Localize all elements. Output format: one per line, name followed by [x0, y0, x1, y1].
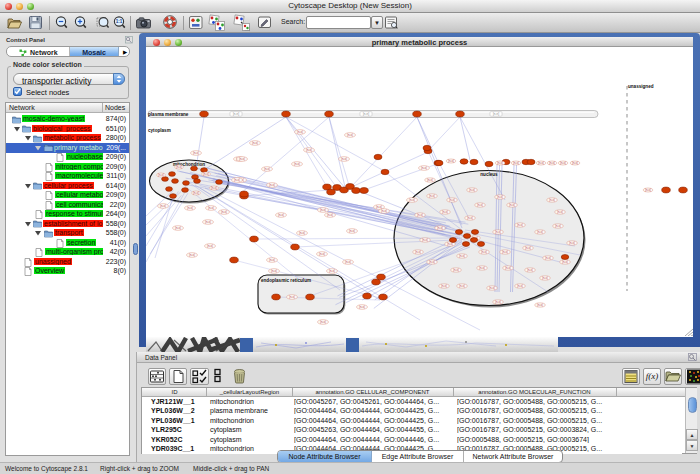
svg-text:(n-x): (n-x): [459, 284, 465, 288]
svg-text:(n-x): (n-x): [271, 269, 277, 273]
svg-text:(n-x): (n-x): [269, 258, 275, 262]
svg-text:(n-x): (n-x): [572, 161, 578, 165]
svg-text:(n-x): (n-x): [320, 208, 326, 212]
svg-text:(n-x): (n-x): [502, 250, 508, 254]
svg-text:(n-x): (n-x): [509, 203, 515, 207]
svg-text:(n-x): (n-x): [537, 230, 543, 234]
svg-text:cytoplasm: cytoplasm: [148, 128, 171, 133]
svg-text:(n-x): (n-x): [409, 198, 415, 202]
svg-text:(n-x): (n-x): [205, 220, 211, 224]
svg-text:(n-x): (n-x): [527, 268, 533, 272]
svg-text:(n-x): (n-x): [189, 253, 195, 257]
svg-text:[n-n]: [n-n]: [493, 112, 499, 116]
svg-text:(n-x): (n-x): [569, 241, 575, 245]
svg-text:(n-x): (n-x): [477, 203, 483, 207]
svg-text:(n-x): (n-x): [319, 252, 325, 256]
svg-text:(n-x): (n-x): [234, 178, 240, 182]
svg-text:(n-x): (n-x): [239, 157, 245, 161]
svg-text:(n-x): (n-x): [441, 284, 447, 288]
svg-text:(n-x): (n-x): [158, 173, 164, 177]
svg-text:(n-x): (n-x): [175, 226, 181, 230]
svg-text:(n-x): (n-x): [537, 303, 543, 307]
svg-text:(n-x): (n-x): [294, 162, 300, 166]
svg-text:(n-x): (n-x): [557, 210, 563, 214]
svg-text:(n-x): (n-x): [453, 268, 459, 272]
svg-text:(n-x): (n-x): [278, 213, 284, 217]
svg-text:(n-x): (n-x): [495, 230, 501, 234]
svg-text:(n-x): (n-x): [417, 213, 423, 217]
svg-text:(n-x): (n-x): [497, 195, 503, 199]
svg-text:(n-x): (n-x): [176, 165, 182, 169]
svg-text:unassigned: unassigned: [628, 84, 654, 89]
svg-text:(n-x): (n-x): [469, 188, 475, 192]
svg-text:(n-x): (n-x): [341, 157, 347, 161]
svg-text:(n-x): (n-x): [542, 276, 548, 280]
svg-text:(n-x): (n-x): [252, 141, 258, 145]
svg-text:(n-x): (n-x): [467, 216, 473, 220]
svg-text:(n-x): (n-x): [560, 161, 566, 165]
svg-text:(n-x): (n-x): [427, 178, 433, 182]
svg-text:(n-x): (n-x): [289, 295, 295, 299]
svg-text:(n-x): (n-x): [221, 210, 227, 214]
svg-text:(n-x): (n-x): [422, 238, 428, 242]
svg-text:plasma membrane: plasma membrane: [148, 112, 189, 117]
svg-text:(n-x): (n-x): [421, 166, 427, 170]
svg-text:(n-x): (n-x): [299, 231, 305, 235]
svg-text:(n-x): (n-x): [211, 186, 217, 190]
svg-text:(n-x): (n-x): [429, 194, 435, 198]
svg-text:(n-x): (n-x): [545, 256, 551, 260]
svg-text:(n-x): (n-x): [381, 209, 387, 213]
svg-text:(n-x): (n-x): [193, 191, 199, 195]
svg-text:(n-x): (n-x): [160, 204, 166, 208]
svg-text:(n-x): (n-x): [203, 172, 209, 176]
svg-text:(n-x): (n-x): [538, 161, 544, 165]
svg-text:(n-x): (n-x): [517, 284, 523, 288]
svg-text:(n-x): (n-x): [327, 213, 333, 217]
svg-text:1:1: 1:1: [116, 19, 123, 24]
svg-text:(n-x): (n-x): [429, 260, 435, 264]
svg-text:[n-n]: [n-n]: [233, 112, 239, 116]
svg-text:(n-x): (n-x): [448, 159, 454, 163]
svg-text:(n-x): (n-x): [269, 183, 275, 187]
svg-text:(n-x): (n-x): [549, 198, 555, 202]
svg-text:(n-x): (n-x): [349, 229, 355, 233]
svg-text:(n-x): (n-x): [513, 161, 519, 165]
svg-text:(n-x): (n-x): [497, 161, 503, 165]
svg-text:nucleus: nucleus: [480, 172, 498, 177]
svg-text:(n-x): (n-x): [505, 266, 511, 270]
svg-text:(n-x): (n-x): [193, 151, 199, 155]
svg-text:(n-x): (n-x): [437, 226, 443, 230]
svg-text:(n-x): (n-x): [359, 305, 365, 309]
svg-text:(n-x): (n-x): [208, 206, 214, 210]
svg-text:endoplasmic reticulum: endoplasmic reticulum: [261, 278, 311, 283]
svg-text:[n-n]: [n-n]: [363, 112, 369, 116]
svg-text:(n-x): (n-x): [517, 223, 523, 227]
svg-text:(n-x): (n-x): [555, 224, 561, 228]
svg-text:(n-x): (n-x): [481, 250, 487, 254]
svg-text:(n-x): (n-x): [645, 188, 651, 192]
svg-text:(n-x): (n-x): [449, 198, 455, 202]
svg-text:(n-x): (n-x): [442, 210, 448, 214]
svg-text:(n-x): (n-x): [479, 266, 485, 270]
svg-text:(n-x): (n-x): [447, 242, 453, 246]
svg-text:(n-x): (n-x): [345, 260, 351, 264]
svg-text:(n-x): (n-x): [459, 254, 465, 258]
svg-text:(n-x): (n-x): [187, 206, 193, 210]
svg-text:(n-x): (n-x): [306, 148, 312, 152]
svg-text:(n-x): (n-x): [297, 130, 303, 134]
svg-text:(n-x): (n-x): [562, 260, 568, 264]
svg-text:(n-x): (n-x): [347, 133, 353, 137]
svg-text:(n-x): (n-x): [320, 320, 326, 324]
svg-text:(n-x): (n-x): [525, 246, 531, 250]
svg-text:(n-x): (n-x): [549, 161, 555, 165]
svg-text:(n-x): (n-x): [207, 244, 213, 248]
svg-text:(n-x): (n-x): [415, 250, 421, 254]
svg-text:(n-x): (n-x): [489, 286, 495, 290]
svg-text:(n-x): (n-x): [329, 269, 335, 273]
svg-text:(n-x): (n-x): [264, 167, 270, 171]
svg-text:(n-x): (n-x): [495, 300, 501, 304]
